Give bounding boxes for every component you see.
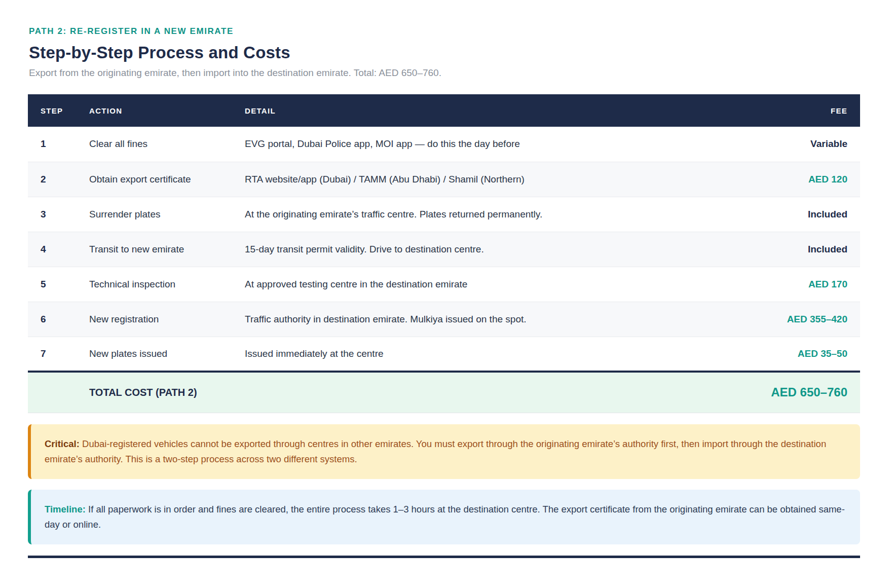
section-eyebrow: PATH 2: RE-REGISTER IN A NEW EMIRATE bbox=[29, 26, 864, 36]
total-amount: AED 650–760 bbox=[733, 372, 860, 413]
table-row: 3Surrender platesAt the originating emir… bbox=[28, 197, 860, 232]
cell-step: 6 bbox=[28, 302, 77, 337]
critical-callout-label: Critical: bbox=[45, 438, 80, 449]
cell-action: New registration bbox=[77, 302, 233, 337]
table-row: 5Technical inspectionAt approved testing… bbox=[28, 267, 860, 302]
cell-fee: AED 35–50 bbox=[733, 337, 860, 372]
cell-action: Technical inspection bbox=[77, 267, 233, 302]
cell-step: 1 bbox=[28, 127, 77, 162]
table-footer: TOTAL COST (PATH 2) AED 650–760 bbox=[28, 372, 860, 413]
total-label: TOTAL COST (PATH 2) bbox=[77, 372, 733, 413]
steps-cost-table: STEP ACTION DETAIL FEE 1Clear all finesE… bbox=[28, 94, 860, 413]
cell-action: Transit to new emirate bbox=[77, 232, 233, 267]
column-header-action: ACTION bbox=[77, 94, 233, 127]
table-body: 1Clear all finesEVG portal, Dubai Police… bbox=[28, 127, 860, 372]
page-subtitle: Export from the originating emirate, the… bbox=[29, 67, 864, 79]
cell-fee: Included bbox=[733, 197, 860, 232]
table-row: 7New plates issuedIssued immediately at … bbox=[28, 337, 860, 372]
cell-action: Surrender plates bbox=[77, 197, 233, 232]
column-header-detail: DETAIL bbox=[233, 94, 733, 127]
cell-detail: Traffic authority in destination emirate… bbox=[233, 302, 733, 337]
cell-detail: 15-day transit permit validity. Drive to… bbox=[233, 232, 733, 267]
cell-fee: Included bbox=[733, 232, 860, 267]
timeline-callout-label: Timeline: bbox=[45, 504, 86, 514]
page: PATH 2: RE-REGISTER IN A NEW EMIRATE Ste… bbox=[0, 0, 892, 558]
table-row: 2Obtain export certificateRTA website/ap… bbox=[28, 162, 860, 197]
bottom-divider bbox=[28, 556, 860, 558]
critical-callout: Critical: Dubai-registered vehicles cann… bbox=[28, 424, 860, 479]
cell-step: 4 bbox=[28, 232, 77, 267]
cell-step: 2 bbox=[28, 162, 77, 197]
table-header: STEP ACTION DETAIL FEE bbox=[28, 94, 860, 127]
cell-action: Clear all fines bbox=[77, 127, 233, 162]
cell-step: 7 bbox=[28, 337, 77, 372]
page-title: Step-by-Step Process and Costs bbox=[29, 43, 864, 62]
timeline-callout-text: If all paperwork is in order and fines a… bbox=[45, 504, 845, 530]
table-row: 6New registrationTraffic authority in de… bbox=[28, 302, 860, 337]
cell-detail: At the originating emirate’s traffic cen… bbox=[233, 197, 733, 232]
cell-detail: RTA website/app (Dubai) / TAMM (Abu Dhab… bbox=[233, 162, 733, 197]
cell-fee: AED 120 bbox=[733, 162, 860, 197]
cell-action: Obtain export certificate bbox=[77, 162, 233, 197]
cell-step: 3 bbox=[28, 197, 77, 232]
cell-action: New plates issued bbox=[77, 337, 233, 372]
cell-detail: At approved testing centre in the destin… bbox=[233, 267, 733, 302]
cell-fee: AED 355–420 bbox=[733, 302, 860, 337]
cell-detail: EVG portal, Dubai Police app, MOI app — … bbox=[233, 127, 733, 162]
cell-step: 5 bbox=[28, 267, 77, 302]
table-row: 1Clear all finesEVG portal, Dubai Police… bbox=[28, 127, 860, 162]
total-row: TOTAL COST (PATH 2) AED 650–760 bbox=[28, 372, 860, 413]
critical-callout-text: Dubai-registered vehicles cannot be expo… bbox=[45, 438, 826, 464]
column-header-step: STEP bbox=[28, 94, 77, 127]
cell-fee: AED 170 bbox=[733, 267, 860, 302]
total-row-spacer bbox=[28, 372, 77, 413]
table-row: 4Transit to new emirate15-day transit pe… bbox=[28, 232, 860, 267]
table-header-row: STEP ACTION DETAIL FEE bbox=[28, 94, 860, 127]
timeline-callout: Timeline: If all paperwork is in order a… bbox=[28, 490, 860, 544]
cell-detail: Issued immediately at the centre bbox=[233, 337, 733, 372]
cell-fee: Variable bbox=[733, 127, 860, 162]
column-header-fee: FEE bbox=[733, 94, 860, 127]
